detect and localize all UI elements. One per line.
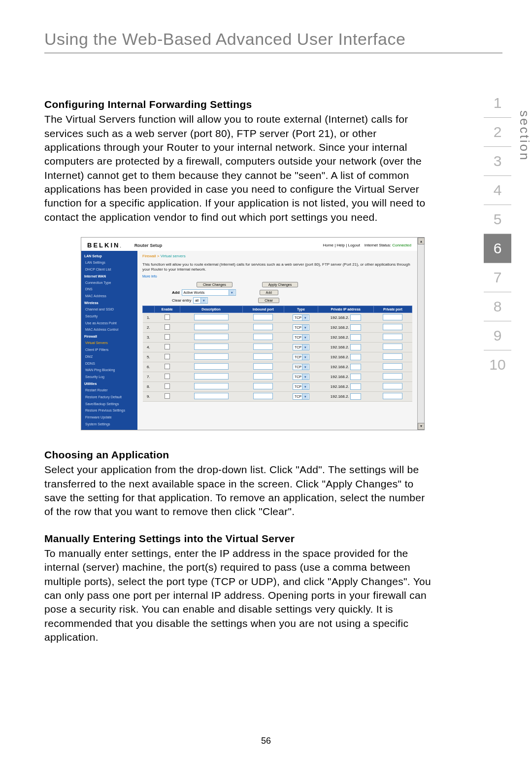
section-tab-4[interactable]: 4 [484, 176, 511, 205]
description-input[interactable] [194, 353, 229, 360]
clear-entry-select[interactable]: all [193, 297, 208, 304]
enable-checkbox[interactable] [165, 334, 170, 340]
inbound-port-input[interactable] [253, 334, 273, 340]
private-port-input[interactable] [383, 363, 402, 370]
private-port-input[interactable] [383, 334, 402, 340]
enable-checkbox[interactable] [165, 354, 170, 359]
enable-checkbox[interactable] [165, 383, 170, 389]
description-input[interactable] [194, 324, 229, 330]
section-tab-3[interactable]: 3 [484, 147, 511, 176]
inbound-port-input[interactable] [253, 383, 273, 389]
scrollbar-track[interactable]: ▴ ▾ [417, 238, 424, 430]
type-select[interactable]: TCP [293, 364, 309, 370]
type-select[interactable]: TCP [293, 344, 309, 350]
section-tab-9[interactable]: 9 [484, 321, 511, 350]
private-port-input[interactable] [383, 383, 402, 389]
private-port-input[interactable] [383, 393, 402, 399]
section-tab-6[interactable]: 6 [484, 234, 511, 263]
type-select[interactable]: TCP [293, 324, 309, 331]
internet-status-value: Connected [392, 243, 411, 247]
ip-last-octet-input[interactable] [350, 393, 361, 400]
description-input[interactable] [194, 334, 229, 340]
clear-button[interactable]: Clear [258, 298, 279, 303]
breadcrumb-parent[interactable]: Firewall > [142, 254, 159, 258]
description-input[interactable] [194, 383, 229, 389]
inbound-port-input[interactable] [253, 363, 273, 370]
sidebar-item[interactable]: Virtual Servers [81, 340, 137, 346]
sidebar-item[interactable]: WAN Ping Blocking [81, 367, 137, 374]
sidebar-item[interactable]: Channel and SSID [81, 306, 137, 313]
sidebar-item[interactable]: DMZ [81, 353, 137, 360]
scroll-up-icon[interactable]: ▴ [418, 238, 425, 244]
ip-last-octet-input[interactable] [350, 354, 361, 360]
private-port-input[interactable] [383, 324, 402, 330]
description-input[interactable] [194, 314, 229, 320]
description-input[interactable] [194, 363, 229, 370]
ip-last-octet-input[interactable] [350, 383, 361, 390]
sidebar-item[interactable]: System Settings [81, 421, 137, 428]
ip-last-octet-input[interactable] [350, 314, 361, 321]
sidebar-item[interactable]: MAC Address Control [81, 326, 137, 333]
ip-last-octet-input[interactable] [350, 344, 361, 350]
section-tab-10[interactable]: 10 [484, 350, 511, 379]
type-select[interactable]: TCP [293, 354, 309, 360]
section-tab-2[interactable]: 2 [484, 118, 511, 147]
private-port-input[interactable] [383, 344, 402, 350]
description-input[interactable] [194, 344, 229, 350]
section-tab-1[interactable]: 1 [484, 89, 511, 118]
sidebar-item[interactable]: Use as Access Point [81, 320, 137, 327]
sidebar-item[interactable]: DNS [81, 286, 137, 293]
inbound-port-input[interactable] [253, 373, 273, 380]
enable-checkbox[interactable] [165, 324, 170, 330]
sidebar-item[interactable]: Firmware Update [81, 414, 137, 421]
enable-checkbox[interactable] [165, 364, 170, 369]
inbound-port-input[interactable] [253, 324, 273, 330]
sidebar-item[interactable]: Security [81, 313, 137, 320]
inbound-port-input[interactable] [253, 353, 273, 360]
sidebar-item[interactable]: DDNS [81, 360, 137, 367]
ip-last-octet-input[interactable] [350, 324, 361, 331]
clear-changes-button[interactable]: Clear Changes [197, 282, 233, 287]
header-nav-links[interactable]: Home | Help | Logout [323, 243, 360, 247]
description-input[interactable] [194, 373, 229, 380]
type-select[interactable]: TCP [293, 374, 309, 380]
add-button[interactable]: Add [260, 290, 278, 295]
private-port-input[interactable] [383, 373, 402, 380]
type-select[interactable]: TCP [293, 334, 309, 341]
more-info-link[interactable]: More Info [142, 275, 412, 278]
sidebar-item[interactable]: Connection Type [81, 279, 137, 286]
type-select[interactable]: TCP [293, 383, 309, 390]
ip-last-octet-input[interactable] [350, 374, 361, 380]
type-select[interactable]: TCP [293, 393, 309, 400]
sidebar-item[interactable]: Security Log [81, 374, 137, 380]
section-3: Manually Entering Settings into the Virt… [44, 532, 433, 645]
ip-last-octet-input[interactable] [350, 364, 361, 370]
private-port-input[interactable] [383, 353, 402, 360]
description-input[interactable] [194, 393, 229, 399]
sidebar-item[interactable]: MAC Address [81, 293, 137, 300]
sidebar-item[interactable]: LAN Settings [81, 259, 137, 266]
add-application-select[interactable]: Active Worlds [182, 289, 236, 296]
sidebar-item[interactable]: Restore Factory Default [81, 394, 137, 401]
private-port-input[interactable] [383, 314, 402, 320]
sidebar-item[interactable]: Restart Router [81, 387, 137, 394]
enable-checkbox[interactable] [165, 314, 170, 320]
inbound-port-input[interactable] [253, 314, 273, 320]
sidebar-item[interactable]: DHCP Client List [81, 266, 137, 273]
sidebar-item[interactable]: Restore Previous Settings [81, 407, 137, 414]
apply-changes-button[interactable]: Apply Changes [262, 282, 298, 287]
section-tab-5[interactable]: 5 [484, 205, 511, 234]
enable-checkbox[interactable] [165, 344, 170, 349]
section-tab-8[interactable]: 8 [484, 292, 511, 321]
sidebar-item[interactable]: Client IP Filters [81, 346, 137, 353]
inbound-port-input[interactable] [253, 344, 273, 350]
type-select[interactable]: TCP [293, 314, 309, 321]
enable-checkbox[interactable] [165, 393, 170, 399]
enable-checkbox[interactable] [165, 374, 170, 379]
ip-last-octet-input[interactable] [350, 334, 361, 341]
sidebar-item[interactable]: Save/Backup Settings [81, 401, 137, 408]
inbound-port-input[interactable] [253, 393, 273, 399]
row-number: 4. [143, 342, 155, 352]
section-tab-7[interactable]: 7 [484, 263, 511, 292]
scroll-down-icon[interactable]: ▾ [418, 423, 425, 430]
